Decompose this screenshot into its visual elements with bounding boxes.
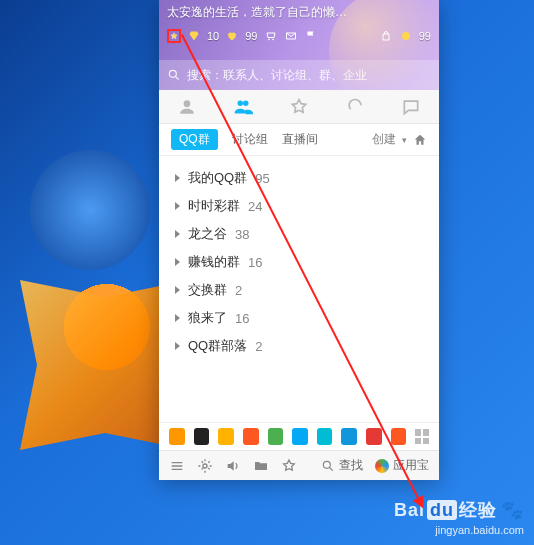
tray-app-7[interactable] bbox=[341, 428, 357, 445]
wm-c: 经验 bbox=[459, 500, 497, 520]
chevron-down-icon[interactable]: ▾ bbox=[402, 135, 407, 145]
arrow-right-icon bbox=[175, 342, 180, 350]
arrow-right-icon bbox=[175, 314, 180, 322]
tray-app-9[interactable] bbox=[391, 428, 407, 445]
coin-icon[interactable] bbox=[399, 29, 413, 43]
wm-b: du bbox=[427, 500, 457, 520]
fav-icon[interactable] bbox=[281, 458, 297, 474]
tray-app-8[interactable] bbox=[366, 428, 382, 445]
find-button[interactable]: 查找 bbox=[321, 457, 363, 474]
group-name: 交换群 bbox=[188, 281, 227, 299]
group-name: QQ群部落 bbox=[188, 337, 247, 355]
arrow-right-icon bbox=[175, 230, 180, 238]
search-input[interactable] bbox=[187, 68, 431, 82]
heart-icon[interactable] bbox=[225, 29, 239, 43]
tray-app-6[interactable] bbox=[317, 428, 333, 445]
group-name: 赚钱的群 bbox=[188, 253, 240, 271]
group-item[interactable]: QQ群部落2 bbox=[159, 332, 439, 360]
settings-icon[interactable] bbox=[197, 458, 213, 474]
bottom-bar: 查找 应用宝 bbox=[159, 450, 439, 480]
diamond-icon[interactable] bbox=[187, 29, 201, 43]
group-count: 2 bbox=[255, 339, 262, 354]
group-count: 2 bbox=[235, 283, 242, 298]
find-label: 查找 bbox=[339, 457, 363, 474]
group-name: 狼来了 bbox=[188, 309, 227, 327]
group-name: 我的QQ群 bbox=[188, 169, 247, 187]
group-name: 时时彩群 bbox=[188, 197, 240, 215]
mail-icon[interactable] bbox=[284, 29, 298, 43]
group-item[interactable]: 交换群2 bbox=[159, 276, 439, 304]
svg-point-3 bbox=[323, 461, 330, 468]
level-value-a: 10 bbox=[207, 30, 219, 42]
group-item[interactable]: 赚钱的群16 bbox=[159, 248, 439, 276]
subtab-qqgroup[interactable]: QQ群 bbox=[171, 129, 218, 150]
group-count: 38 bbox=[235, 227, 249, 242]
app-tray bbox=[159, 422, 439, 450]
sub-tab-bar: QQ群 讨论组 直播间 创建 ▾ bbox=[159, 124, 439, 156]
tray-app-5[interactable] bbox=[292, 428, 308, 445]
group-list: 我的QQ群95时时彩群24龙之谷38赚钱的群16交换群2狼来了16QQ群部落2 bbox=[159, 156, 439, 368]
bag-icon[interactable] bbox=[379, 29, 393, 43]
tab-star-icon[interactable] bbox=[287, 95, 311, 119]
level-value-b: 99 bbox=[245, 30, 257, 42]
create-link[interactable]: 创建 bbox=[372, 131, 396, 148]
group-item[interactable]: 龙之谷38 bbox=[159, 220, 439, 248]
tray-app-2[interactable] bbox=[218, 428, 234, 445]
svg-point-2 bbox=[203, 464, 207, 468]
subtab-discuss[interactable]: 讨论组 bbox=[232, 131, 268, 148]
group-count: 16 bbox=[248, 255, 262, 270]
appstore-button[interactable]: 应用宝 bbox=[375, 457, 429, 474]
group-count: 95 bbox=[255, 171, 269, 186]
tab-contacts-icon[interactable] bbox=[175, 95, 199, 119]
tray-more-icon[interactable] bbox=[415, 429, 429, 444]
tab-chat-icon[interactable] bbox=[399, 95, 423, 119]
svg-point-1 bbox=[169, 70, 176, 77]
arrow-right-icon bbox=[175, 174, 180, 182]
group-name: 龙之谷 bbox=[188, 225, 227, 243]
cart-icon[interactable] bbox=[264, 29, 278, 43]
tray-app-0[interactable] bbox=[169, 428, 185, 445]
arrow-right-icon bbox=[175, 286, 180, 294]
wm-a: Bai bbox=[394, 500, 425, 520]
folder-icon[interactable] bbox=[253, 458, 269, 474]
qq-main-window: 太安逸的生活，造就了自己的懒… 10 99 bbox=[159, 0, 439, 480]
paw-icon: 🐾 bbox=[501, 499, 524, 522]
tab-pin-icon[interactable] bbox=[343, 95, 367, 119]
tab-groups-icon[interactable] bbox=[231, 95, 255, 119]
group-item[interactable]: 时时彩群24 bbox=[159, 192, 439, 220]
tray-app-1[interactable] bbox=[194, 428, 210, 445]
appstore-icon bbox=[375, 459, 389, 473]
coin-value: 99 bbox=[419, 30, 431, 42]
sound-icon[interactable] bbox=[225, 458, 241, 474]
wm-url: jingyan.baidu.com bbox=[394, 523, 524, 537]
tray-app-4[interactable] bbox=[268, 428, 284, 445]
search-icon bbox=[167, 68, 181, 82]
star-icon[interactable] bbox=[167, 29, 181, 43]
tray-app-3[interactable] bbox=[243, 428, 259, 445]
home-icon[interactable] bbox=[413, 133, 427, 147]
arrow-right-icon bbox=[175, 202, 180, 210]
group-item[interactable]: 狼来了16 bbox=[159, 304, 439, 332]
group-item[interactable]: 我的QQ群95 bbox=[159, 164, 439, 192]
subtab-live[interactable]: 直播间 bbox=[282, 131, 318, 148]
menu-icon[interactable] bbox=[169, 458, 185, 474]
header-status-row: 10 99 99 bbox=[159, 25, 439, 47]
window-header: 太安逸的生活，造就了自己的懒… 10 99 bbox=[159, 0, 439, 90]
group-count: 24 bbox=[248, 199, 262, 214]
flag-icon[interactable] bbox=[304, 29, 318, 43]
user-motto[interactable]: 太安逸的生活，造就了自己的懒… bbox=[159, 0, 439, 25]
watermark: Baidu经验🐾 jingyan.baidu.com bbox=[394, 499, 524, 537]
svg-point-0 bbox=[402, 32, 410, 40]
search-bar bbox=[159, 60, 439, 90]
arrow-right-icon bbox=[175, 258, 180, 266]
group-count: 16 bbox=[235, 311, 249, 326]
main-tab-bar bbox=[159, 90, 439, 124]
appstore-label: 应用宝 bbox=[393, 457, 429, 474]
